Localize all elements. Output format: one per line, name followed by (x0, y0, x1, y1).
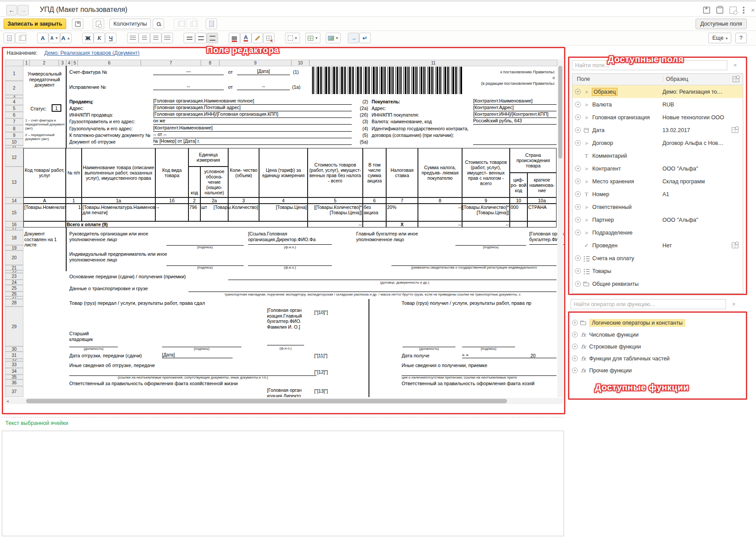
doc-cell[interactable]: ["[11]"] (314, 353, 341, 359)
table-index[interactable]: 1а (82, 197, 155, 204)
doc-cell[interactable]: Документ составлен на 1 листе (24, 231, 65, 248)
doc-cell[interactable]: Счет-фактура № (69, 69, 107, 75)
row-header[interactable]: 7 (5, 118, 23, 125)
doc-cell[interactable]: (3) (354, 119, 368, 125)
doc-cell[interactable]: [Головная организация.Наименование полно… (153, 98, 352, 105)
doc-cell[interactable]: № [Номер] от [Дата] г. (153, 138, 352, 145)
table-header[interactable]: Налоговая ставка (386, 148, 418, 197)
doc-cell[interactable]: (подпись) (455, 245, 526, 250)
row-header[interactable]: 26 (5, 292, 23, 296)
table-cell[interactable] (363, 221, 386, 227)
row-header[interactable]: 5 (5, 105, 23, 112)
table-index[interactable]: 7 (386, 197, 418, 204)
doc-cell[interactable]: 20 (530, 353, 544, 359)
field-row-Ответственный[interactable]: +>Ответственный (572, 201, 743, 213)
row-header[interactable]: 18 (5, 230, 23, 245)
align-center-icon[interactable] (139, 33, 150, 43)
doc-cell[interactable]: ция о наличии/отсутствии претензии; ссыл… (402, 375, 557, 380)
doc-cell[interactable]: [Контрагент.Адрес] (473, 105, 557, 111)
expand-icon[interactable]: + (572, 356, 578, 361)
row-header[interactable]: 16 (5, 221, 23, 227)
table-cell[interactable]: -- (462, 221, 510, 227)
field-row-Товары[interactable]: +Товары (572, 265, 743, 277)
table-header[interactable]: Цена (тариф) за единицу измерения (259, 148, 308, 197)
doc-cell[interactable]: Товар (груз) получил / услуги, результат… (402, 300, 557, 306)
table-cell[interactable]: [[Товары.Количество]*[Товары.Цена]] (462, 204, 510, 221)
choose-icon[interactable] (732, 127, 738, 133)
table-index[interactable]: 1 (66, 197, 82, 204)
expand-icon[interactable]: + (575, 102, 581, 107)
table-header[interactable]: Страна происхождения товара (510, 148, 557, 173)
doc-cell[interactable]: Грузоотправитель и его адрес: (69, 119, 135, 125)
doc-cell[interactable]: [Головная организация.Почтовый адрес] (153, 105, 352, 111)
doc-cell[interactable]: Дата отгрузки, передачи (сдачи) (69, 353, 162, 359)
save-button[interactable] (72, 19, 83, 29)
doc-cell[interactable]: К платежно-расчетному документу № (69, 133, 150, 138)
doc-cell[interactable]: о (424, 76, 555, 80)
table-index[interactable]: 6 (363, 197, 386, 204)
table-index[interactable]: 5 (308, 197, 363, 204)
expand-icon[interactable]: + (572, 344, 578, 349)
more-button[interactable]: Еще▼ (708, 33, 731, 43)
row-header[interactable]: 9 (5, 132, 23, 139)
doc-cell[interactable]: Товар (груз) передал / услуги, результат… (69, 300, 299, 306)
column-header[interactable]: 4 (66, 60, 72, 66)
table-header[interactable]: циф- ро- вой код (510, 173, 527, 197)
save-close-button[interactable]: Записать и закрыть (4, 19, 66, 29)
table-cell[interactable]: -- (418, 221, 462, 227)
horizontal-scrollbar-thumb[interactable] (26, 399, 507, 403)
find-button[interactable] (153, 19, 164, 29)
doc-cell[interactable]: ИНН/КПП покупателя: (372, 112, 419, 118)
bold-icon[interactable]: Ж (82, 33, 94, 43)
vertical-scrollbar-thumb[interactable] (558, 66, 562, 159)
column-header[interactable]: 2 (30, 60, 59, 66)
doc-cell[interactable]: Индивидуальный предприниматель или иное … (69, 251, 180, 262)
print-preview-button[interactable] (93, 19, 104, 29)
table-index[interactable]: 2а (200, 197, 228, 204)
text-direction-icon[interactable]: → (348, 33, 359, 43)
table-header[interactable]: краткое наименова- ние (527, 173, 557, 197)
field-row-Контрагент[interactable]: +>КонтрагентООО "Альфа" (572, 162, 743, 175)
field-row-Договор[interactable]: +>ДоговорДоговор Альфа с Нов… (572, 136, 743, 149)
doc-cell[interactable]: [Контрагент.Наименование] (473, 98, 557, 105)
table-cell[interactable]: [Товары.Номенклатура.Наименование для пе… (82, 204, 155, 221)
page-setup-button[interactable] (206, 19, 217, 29)
doc-cell[interactable]: (ф.и.о.) (248, 265, 332, 270)
expand-icon[interactable]: + (575, 268, 581, 274)
row-header[interactable]: 14 (5, 197, 23, 204)
valign-top-icon[interactable] (184, 33, 195, 43)
italic-icon[interactable]: К (94, 33, 105, 43)
table-cell[interactable]: СТРАНА (527, 204, 557, 221)
doc-cell[interactable]: (1) (293, 69, 299, 75)
expand-icon[interactable]: + (575, 166, 581, 171)
field-row-Валюта[interactable]: +>ВалютаRUB (572, 98, 743, 111)
expand-icon[interactable]: + (575, 255, 581, 261)
row-header[interactable]: 25 (5, 285, 23, 292)
font-larger-icon[interactable]: А▲ (60, 33, 71, 43)
column-header[interactable]: 10 (291, 60, 309, 66)
doc-cell[interactable]: (4) (354, 126, 368, 132)
preview-icon[interactable] (730, 7, 737, 14)
doc-cell[interactable]: Данные о транспортировке и грузе (69, 286, 148, 292)
row-header[interactable]: 33 (5, 361, 23, 368)
field-search-clear-icon[interactable]: × (733, 62, 737, 68)
doc-cell[interactable]: [Контрагент.Наименование] (153, 125, 352, 132)
table-cell[interactable]: 1 (66, 204, 82, 221)
field-row-Номер[interactable]: +TНомерА1 (572, 188, 743, 201)
valign-bottom-icon[interactable] (207, 33, 218, 43)
doc-cell[interactable]: [Головная организация.Директор.ФИО.Фами (267, 387, 304, 397)
doc-cell[interactable]: Идентификатор государственного контракта… (372, 126, 504, 132)
row-header[interactable]: 6 (5, 112, 23, 118)
field-row-Подразделение[interactable]: +>Подразделение (572, 226, 743, 239)
table-cell[interactable]: -- (308, 221, 363, 227)
field-row-Место хранения[interactable]: +>Место храненияСклад программ (572, 175, 743, 188)
row-header[interactable]: 20 (5, 250, 23, 265)
function-row-Логические операторы и константы[interactable]: +Логические операторы и константы (569, 316, 746, 329)
choose-icon[interactable] (732, 242, 738, 248)
field-row-Проведен[interactable]: ✓ПроведенНет (572, 239, 743, 252)
doc-cell[interactable]: (2а) (354, 106, 368, 111)
expand-icon[interactable]: + (572, 332, 578, 337)
doc-cell[interactable]: к постановлению Правительс (424, 70, 555, 75)
table-header[interactable]: Единица измерения (188, 148, 228, 167)
row-header[interactable]: 19 (5, 245, 23, 250)
